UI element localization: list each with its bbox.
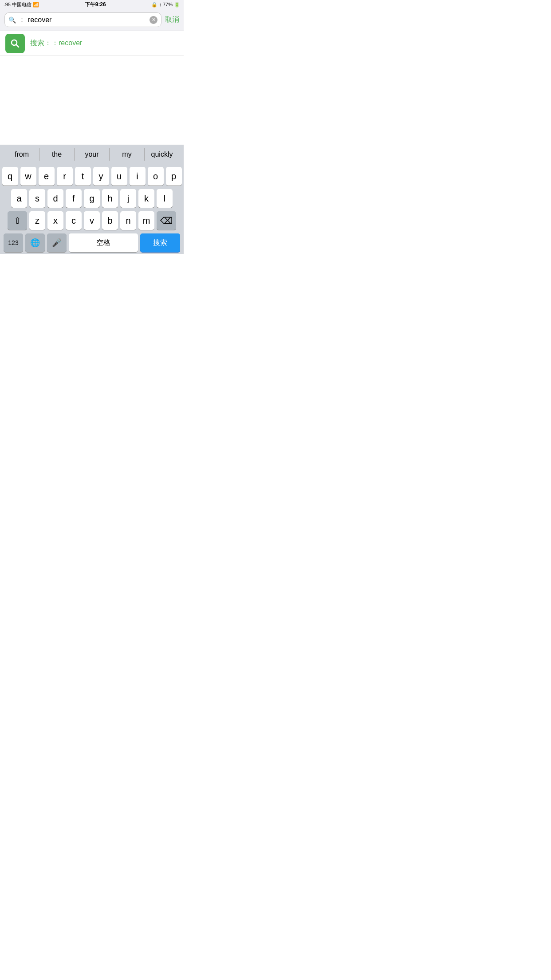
key-i[interactable]: i (130, 167, 146, 186)
lock-icon: 🔒 (151, 2, 157, 8)
search-input[interactable] (28, 16, 147, 24)
suggestion-text: 搜索：：recover (30, 39, 82, 48)
key-s[interactable]: s (29, 189, 45, 208)
key-a[interactable]: a (11, 189, 27, 208)
status-bar: -95 中国电信 📶 下午9:26 🔒 ↑ 77% 🔋 (0, 0, 184, 9)
keyboard-bottom-row: 123 🌐 🎤 空格 搜索 (2, 233, 182, 252)
autocorrect-bar: from the your my quickly (0, 145, 184, 164)
autocorrect-word-from[interactable]: from (4, 150, 39, 158)
key-j[interactable]: j (120, 189, 136, 208)
autocorrect-word-the[interactable]: the (39, 150, 74, 158)
signal-text: -95 中国电信 (4, 1, 31, 8)
key-u[interactable]: u (111, 167, 127, 186)
key-v[interactable]: v (84, 211, 100, 230)
keyboard-row-2: a s d f g h j k l (2, 189, 182, 208)
suggestion-search-icon (5, 34, 25, 53)
content-area (0, 56, 184, 145)
key-f[interactable]: f (66, 189, 82, 208)
key-h[interactable]: h (102, 189, 118, 208)
svg-line-1 (16, 44, 19, 47)
search-colon: ： (19, 16, 25, 24)
key-p[interactable]: p (166, 167, 182, 186)
wifi-icon: 📶 (33, 2, 39, 8)
status-time: 下午9:26 (85, 1, 106, 8)
search-bar: 🔍 ： ✕ 取消 (0, 9, 184, 31)
suggestion-label: 搜索：： (30, 39, 59, 47)
key-w[interactable]: w (20, 167, 36, 186)
shift-key[interactable]: ⇧ (8, 211, 27, 230)
key-t[interactable]: t (75, 167, 91, 186)
key-o[interactable]: o (148, 167, 164, 186)
clear-button[interactable]: ✕ (150, 16, 157, 24)
search-suggestion[interactable]: 搜索：：recover (0, 31, 184, 56)
key-g[interactable]: g (84, 189, 100, 208)
battery-icon: 🔋 (174, 2, 180, 8)
space-key[interactable]: 空格 (69, 233, 138, 252)
autocorrect-word-your[interactable]: your (75, 150, 109, 158)
numbers-key[interactable]: 123 (4, 233, 23, 252)
key-d[interactable]: d (47, 189, 63, 208)
suggestion-keyword: recover (59, 39, 82, 47)
key-l[interactable]: l (157, 189, 173, 208)
cancel-button[interactable]: 取消 (165, 15, 179, 24)
keyboard-row-3: ⇧ z x c v b n m ⌫ (2, 211, 182, 230)
search-input-wrapper[interactable]: 🔍 ： ✕ (4, 12, 161, 27)
status-signal: -95 中国电信 📶 (4, 1, 39, 8)
keyboard: q w e r t y u i o p a s d f g h j k l ⇧ … (0, 164, 184, 254)
key-q[interactable]: q (2, 167, 18, 186)
key-e[interactable]: e (39, 167, 55, 186)
globe-key[interactable]: 🌐 (25, 233, 45, 252)
key-n[interactable]: n (120, 211, 136, 230)
key-k[interactable]: k (138, 189, 154, 208)
location-icon: ↑ (159, 2, 161, 7)
delete-key[interactable]: ⌫ (157, 211, 176, 230)
key-y[interactable]: y (93, 167, 109, 186)
search-icon: 🔍 (8, 16, 16, 24)
autocorrect-word-my[interactable]: my (110, 150, 144, 158)
battery-text: 77% (163, 2, 173, 7)
key-x[interactable]: x (47, 211, 63, 230)
key-m[interactable]: m (138, 211, 154, 230)
autocorrect-word-quickly[interactable]: quickly (145, 150, 179, 158)
key-z[interactable]: z (29, 211, 45, 230)
microphone-key[interactable]: 🎤 (47, 233, 67, 252)
search-key[interactable]: 搜索 (140, 233, 180, 252)
keyboard-row-1: q w e r t y u i o p (2, 167, 182, 186)
key-r[interactable]: r (57, 167, 73, 186)
status-right: 🔒 ↑ 77% 🔋 (151, 2, 180, 8)
key-b[interactable]: b (102, 211, 118, 230)
key-c[interactable]: c (66, 211, 82, 230)
